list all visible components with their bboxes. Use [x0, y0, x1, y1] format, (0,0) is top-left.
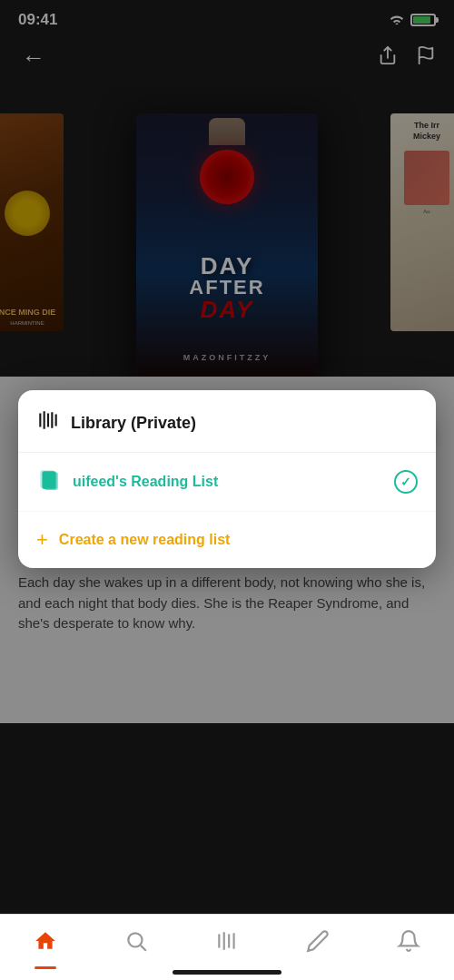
- reading-list-label: uifeed's Reading List: [73, 474, 218, 490]
- home-indicator: [173, 970, 281, 975]
- popup-title: Library (Private): [71, 414, 196, 433]
- nav-write[interactable]: [291, 926, 344, 962]
- reading-list-item[interactable]: uifeed's Reading List ✓: [18, 453, 436, 512]
- library-popup: Library (Private) uifeed's Reading List …: [18, 390, 436, 568]
- nav-library[interactable]: [201, 926, 253, 962]
- bottom-nav: [0, 914, 454, 980]
- popup-header: Library (Private): [18, 390, 436, 453]
- plus-icon: +: [36, 528, 48, 552]
- check-icon: ✓: [394, 470, 418, 494]
- nav-home[interactable]: [19, 926, 72, 962]
- nav-search[interactable]: [110, 926, 163, 962]
- nav-active-indicator: [35, 966, 56, 969]
- library-icon: [36, 408, 60, 437]
- library-nav-icon: [215, 929, 239, 958]
- reading-list-icon: [36, 469, 62, 495]
- reading-list-left: uifeed's Reading List: [36, 469, 218, 495]
- home-icon: [34, 929, 57, 958]
- search-icon: [124, 929, 148, 958]
- nav-notifications[interactable]: [382, 926, 435, 962]
- notification-icon: [397, 929, 420, 958]
- create-list-label: Create a new reading list: [59, 532, 231, 548]
- svg-rect-10: [42, 471, 55, 489]
- svg-point-11: [128, 933, 142, 946]
- svg-line-12: [141, 946, 146, 951]
- write-icon: [306, 929, 330, 958]
- create-list-item[interactable]: + Create a new reading list: [18, 512, 436, 568]
- bookmark-pages-icon: [37, 467, 61, 496]
